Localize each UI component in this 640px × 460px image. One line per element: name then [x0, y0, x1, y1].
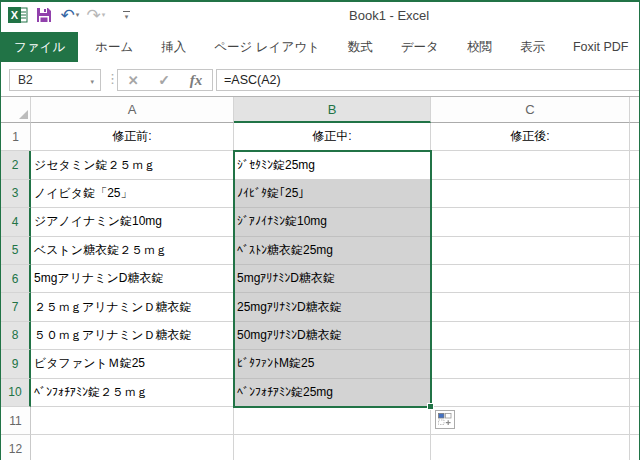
row-header-2[interactable]: 2 [1, 151, 31, 179]
cell-d12[interactable] [630, 435, 639, 460]
cell-d7[interactable] [630, 293, 639, 321]
row-header-7[interactable]: 7 [1, 293, 31, 321]
cell-b7[interactable]: 25mgｱﾘﾅﾐﾝD糖衣錠 [234, 293, 431, 321]
column-header-a[interactable]: A [31, 97, 234, 123]
fill-handle[interactable] [427, 403, 434, 410]
tab-insert[interactable]: 挿入 [147, 32, 200, 62]
cell-b11[interactable] [234, 407, 431, 435]
cell-d8[interactable] [630, 322, 639, 350]
cell-c2[interactable] [431, 151, 630, 179]
cell-d5[interactable] [630, 237, 639, 265]
enter-icon[interactable]: ✓ [158, 72, 170, 88]
cell-a5[interactable]: ベストン糖衣錠２５ｍｇ [31, 237, 234, 265]
column-header-d-sliver[interactable] [630, 97, 639, 123]
sheet-row-11: 11 [1, 407, 639, 435]
cell-c4[interactable] [431, 208, 630, 236]
cell-d11[interactable] [630, 407, 639, 435]
sheet-row-5: 5 ベストン糖衣錠２５ｍｇ ﾍﾞｽﾄﾝ糖衣錠25mg [1, 237, 639, 265]
cell-d4[interactable] [630, 208, 639, 236]
cell-d9[interactable] [630, 350, 639, 378]
row-header-5[interactable]: 5 [1, 237, 31, 265]
cell-d1[interactable] [630, 123, 639, 151]
tab-home[interactable]: ホーム [81, 32, 147, 62]
select-all-corner[interactable] [1, 97, 31, 123]
autofill-options-icon [438, 413, 452, 426]
tab-page-layout[interactable]: ページ レイアウト [200, 32, 334, 62]
cell-a2[interactable]: ジセタミン錠２５ｍｇ [31, 151, 234, 179]
cell-c10[interactable] [431, 379, 630, 407]
tab-data[interactable]: データ [387, 32, 453, 62]
cell-d3[interactable] [630, 180, 639, 208]
formula-input[interactable]: =ASC(A2) [216, 69, 640, 91]
cell-b5[interactable]: ﾍﾞｽﾄﾝ糖衣錠25mg [234, 237, 431, 265]
redo-button[interactable]: ↷ ▾ [85, 4, 107, 26]
cell-b9[interactable]: ﾋﾞﾀﾌｧﾝﾄM錠25 [234, 350, 431, 378]
cell-c9[interactable] [431, 350, 630, 378]
cell-b4[interactable]: ｼﾞｱﾉｲﾅﾐﾝ錠10mg [234, 208, 431, 236]
column-header-c[interactable]: C [431, 97, 630, 123]
insert-function-icon[interactable]: fx [190, 72, 203, 89]
cell-b3[interactable]: ﾉｲﾋﾞﾀ錠｢25｣ [234, 180, 431, 208]
save-icon[interactable] [33, 4, 55, 26]
formula-bar-buttons: ✕ ✓ fx [117, 69, 213, 91]
cell-c1[interactable]: 修正後: [431, 123, 630, 151]
ribbon-tab-bar: ファイル ホーム 挿入 ページ レイアウト 数式 データ 校閲 表示 Foxit… [1, 28, 639, 62]
tab-foxit-pdf[interactable]: Foxit PDF [559, 32, 640, 62]
row-header-6[interactable]: 6 [1, 265, 31, 293]
sheet-row-9: 9 ビタファントＭ錠25 ﾋﾞﾀﾌｧﾝﾄM錠25 [1, 350, 639, 378]
formula-bar: B2 ▾ ⋮ ✕ ✓ fx =ASC(A2) [1, 62, 639, 97]
row-header-3[interactable]: 3 [1, 180, 31, 208]
cell-d6[interactable] [630, 265, 639, 293]
cell-c7[interactable] [431, 293, 630, 321]
tab-review[interactable]: 校閲 [453, 32, 506, 62]
undo-icon: ↶ [61, 7, 75, 24]
cell-d10[interactable] [630, 379, 639, 407]
cell-c6[interactable] [431, 265, 630, 293]
row-header-12[interactable]: 12 [1, 435, 31, 460]
cell-d2[interactable] [630, 151, 639, 179]
name-box-caret-icon[interactable]: ▾ [90, 78, 94, 86]
row-header-11[interactable]: 11 [1, 407, 31, 435]
row-header-4[interactable]: 4 [1, 208, 31, 236]
cell-b2-active[interactable]: ｼﾞｾﾀﾐﾝ錠25mg [234, 151, 431, 179]
cell-a8[interactable]: ５０ｍｇアリナミンＤ糖衣錠 [31, 322, 234, 350]
row-header-8[interactable]: 8 [1, 322, 31, 350]
cell-a11[interactable] [31, 407, 234, 435]
autofill-options-button[interactable] [435, 410, 455, 429]
cancel-icon[interactable]: ✕ [128, 73, 139, 88]
cell-a9[interactable]: ビタファントＭ錠25 [31, 350, 234, 378]
cell-b12[interactable] [234, 435, 431, 460]
undo-button[interactable]: ↶ ▾ [59, 4, 81, 26]
excel-app-icon[interactable]: X [7, 4, 29, 26]
row-header-9[interactable]: 9 [1, 350, 31, 378]
cell-a4[interactable]: ジアノイナミン錠10mg [31, 208, 234, 236]
cell-b6[interactable]: 5mgｱﾘﾅﾐﾝD糖衣錠 [234, 265, 431, 293]
tab-formulas[interactable]: 数式 [334, 32, 387, 62]
row-header-1[interactable]: 1 [1, 123, 31, 151]
cell-c12[interactable] [431, 435, 630, 460]
cell-a1[interactable]: 修正前: [31, 123, 234, 151]
cell-a12[interactable] [31, 435, 234, 460]
title-bar: X ↶ ▾ ↷ ▾ ▾ [1, 2, 639, 28]
tab-view[interactable]: 表示 [506, 32, 559, 62]
cell-a3[interactable]: ノイビタ錠「25」 [31, 180, 234, 208]
cell-b1[interactable]: 修正中: [234, 123, 431, 151]
column-header-b[interactable]: B [234, 97, 431, 123]
cell-c8[interactable] [431, 322, 630, 350]
undo-dropdown-caret[interactable]: ▾ [76, 11, 80, 19]
cell-b10[interactable]: ﾍﾞﾝﾌｫﾁｱﾐﾝ錠25mg [234, 379, 431, 407]
tab-file[interactable]: ファイル [1, 32, 78, 62]
cell-c11[interactable] [431, 407, 630, 435]
cell-b8[interactable]: 50mgｱﾘﾅﾐﾝD糖衣錠 [234, 322, 431, 350]
name-box[interactable]: B2 ▾ [9, 69, 101, 91]
quick-access-toolbar: X ↶ ▾ ↷ ▾ ▾ [7, 4, 137, 26]
cell-a7[interactable]: ２５ｍｇアリナミンＤ糖衣錠 [31, 293, 234, 321]
cell-c5[interactable] [431, 237, 630, 265]
cell-c3[interactable] [431, 180, 630, 208]
cell-a6[interactable]: 5mgアリナミンD糖衣錠 [31, 265, 234, 293]
customize-qat-button[interactable]: ▾ [115, 4, 137, 26]
window-title: Book1 - Excel [349, 8, 429, 23]
cell-a10[interactable]: ﾍﾞﾝﾌｫﾁｱﾐﾝ錠２５ｍｇ [31, 379, 234, 407]
select-all-triangle-icon [19, 110, 28, 119]
row-header-10[interactable]: 10 [1, 379, 31, 407]
